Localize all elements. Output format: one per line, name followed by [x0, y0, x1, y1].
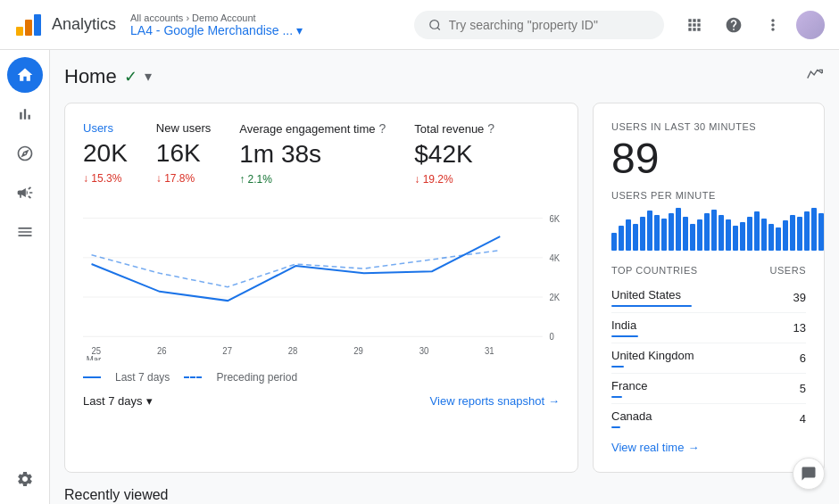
chart-legend: Last 7 days Preceding period: [83, 371, 560, 384]
country-count: 5: [800, 382, 806, 395]
metric-users-change: ↓ 15.3%: [83, 172, 128, 185]
svg-text:29: 29: [353, 345, 363, 355]
country-name: France: [611, 379, 647, 398]
sidebar-item-explore[interactable]: [7, 136, 43, 171]
countries-col-header: TOP COUNTRIES: [611, 265, 698, 276]
breadcrumb-area: All accounts › Demo Account LA4 - Google…: [130, 12, 400, 37]
help-icon-button[interactable]: [718, 9, 750, 41]
bar: [697, 219, 702, 251]
line-chart: 6K 4K 2K 0 25 Mar 26 27 28 29 30 31: [83, 200, 560, 360]
bar: [761, 219, 767, 251]
bar: [747, 217, 752, 251]
page-dropdown-button[interactable]: ▾: [145, 68, 152, 85]
bar: [797, 217, 802, 251]
sidebar-item-home[interactable]: [7, 57, 43, 93]
sidebar-item-settings[interactable]: [7, 461, 43, 497]
rt-sub-label: USERS PER MINUTE: [611, 190, 806, 201]
apps-icon-button[interactable]: [678, 9, 710, 41]
chat-icon: [801, 466, 817, 482]
search-input[interactable]: [449, 18, 650, 32]
app-title: Analytics: [52, 15, 116, 34]
country-name: Canada: [611, 409, 652, 428]
country-count: 4: [800, 412, 806, 426]
bar: [661, 219, 667, 251]
legend-dashed-line: [184, 376, 202, 378]
bar: [783, 220, 788, 251]
view-reports-link[interactable]: View reports snapshot →: [430, 394, 560, 408]
engagement-help-icon[interactable]: ?: [379, 121, 386, 136]
svg-text:31: 31: [485, 345, 494, 355]
sidebar: [0, 50, 50, 504]
svg-text:27: 27: [222, 345, 232, 355]
users-per-minute-chart: [611, 208, 806, 251]
bar: [633, 224, 638, 251]
bar: [683, 217, 688, 251]
svg-text:26: 26: [157, 345, 167, 355]
svg-text:4K: 4K: [550, 252, 560, 262]
country-bar: [611, 305, 692, 307]
rt-arrow-icon: →: [687, 441, 699, 454]
settings-icon: [16, 470, 34, 488]
sidebar-item-reports[interactable]: [7, 96, 43, 132]
bar: [719, 215, 724, 251]
period-chevron-icon: ▾: [146, 394, 153, 408]
more-icon-button[interactable]: [757, 9, 789, 41]
nav-icons: [678, 9, 825, 41]
svg-point-3: [430, 20, 439, 29]
layout: Home ✓ ▾ Users 20K ↓ 15.3%: [0, 50, 839, 504]
countries-header: TOP COUNTRIES USERS: [611, 265, 806, 276]
country-row: United Kingdom 6: [611, 343, 806, 374]
list-icon: [16, 223, 34, 241]
country-row: France 5: [611, 374, 806, 404]
search-bar[interactable]: [414, 11, 664, 39]
sparkline-icon[interactable]: [805, 64, 825, 88]
view-realtime-link[interactable]: View real time →: [611, 441, 806, 454]
metric-new-users-value: 16K: [156, 138, 211, 169]
legend-solid-label: Last 7 days: [115, 371, 170, 384]
revenue-help-icon[interactable]: ?: [487, 121, 494, 136]
page-title-area: Home ✓ ▾: [64, 65, 152, 88]
arrow-right-icon: →: [548, 394, 560, 408]
bar-chart-icon: [16, 105, 34, 123]
analytics-logo: [14, 11, 43, 39]
cards-row: Users 20K ↓ 15.3% New users 16K ↓ 17.8% …: [64, 103, 825, 473]
metric-revenue: Total revenue ? $42K ↓ 19.2%: [414, 121, 494, 186]
svg-rect-0: [16, 27, 23, 36]
metric-users: Users 20K ↓ 15.3%: [83, 121, 128, 186]
metric-revenue-change: ↓ 19.2%: [414, 173, 494, 186]
users-col-header: USERS: [770, 265, 806, 276]
bar: [776, 227, 781, 251]
metric-engagement-value: 1m 38s: [239, 139, 386, 169]
svg-text:30: 30: [420, 345, 429, 355]
breadcrumb: All accounts › Demo Account: [130, 12, 400, 23]
country-bar: [611, 366, 624, 368]
explore-icon: [16, 145, 34, 162]
rt-footer: View real time →: [611, 441, 806, 454]
bar: [669, 213, 674, 251]
bar: [619, 226, 624, 251]
sidebar-item-configure[interactable]: [7, 214, 43, 250]
bar: [733, 226, 738, 251]
campaign-icon: [16, 184, 34, 202]
svg-text:2K: 2K: [550, 292, 560, 302]
legend-solid-line: [83, 376, 101, 378]
chart-footer: Last 7 days ▾ View reports snapshot →: [83, 394, 560, 408]
bar: [768, 224, 774, 251]
chat-bubble-button[interactable]: [793, 458, 825, 490]
avatar[interactable]: [796, 11, 825, 39]
period-selector[interactable]: Last 7 days ▾: [83, 394, 153, 408]
svg-text:6K: 6K: [550, 213, 560, 223]
rt-value: 89: [611, 136, 806, 183]
metric-new-users-change: ↓ 17.8%: [156, 172, 211, 185]
sidebar-item-advertising[interactable]: [7, 175, 43, 211]
property-selector[interactable]: LA4 - Google Merchandise ... ▾: [130, 23, 400, 37]
metric-engagement: Average engagement time ? 1m 38s ↑ 2.1%: [239, 121, 386, 186]
chart-area: 6K 4K 2K 0 25 Mar 26 27 28 29 30 31: [83, 200, 560, 360]
country-name: United Kingdom: [611, 349, 694, 368]
metric-users-value: 20K: [83, 138, 128, 169]
bar: [647, 211, 652, 251]
bar: [640, 217, 645, 251]
bar: [790, 215, 795, 251]
country-bar: [611, 426, 620, 428]
metric-revenue-label: Total revenue ?: [414, 121, 494, 136]
